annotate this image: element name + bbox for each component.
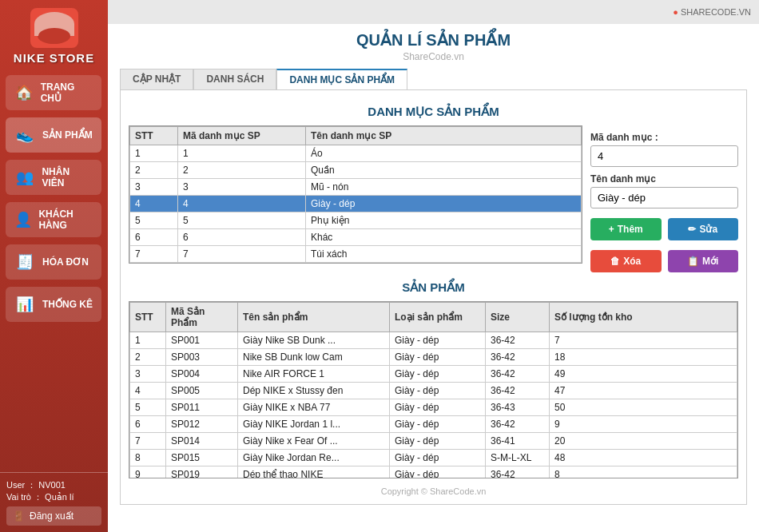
cat-ma: 2 [178, 162, 306, 179]
svg-rect-2 [40, 26, 68, 33]
prod-ten: Giày NIKE x NBA 77 [238, 399, 390, 416]
product-table-row[interactable]: 6 SP012 Giày NIKE Jordan 1 l... Giày - d… [130, 416, 737, 433]
prod-sl: 18 [550, 349, 737, 366]
prod-size: 36-41 [486, 433, 550, 450]
add-button[interactable]: + Thêm [590, 218, 662, 240]
prod-loai: Giày - dép [390, 433, 486, 450]
prod-loai: Giày - dép [390, 383, 486, 399]
cat-ten: Giày - dép [306, 196, 582, 212]
user-info: User ： NV001 Vai trò ： Quản lí [6, 479, 101, 503]
prod-ma: SP015 [166, 450, 238, 466]
product-table-row[interactable]: 5 SP011 Giày NIKE x NBA 77 Giày - dép 36… [130, 399, 737, 416]
ten-input[interactable] [590, 187, 738, 208]
prod-ten: Giày Nike Jordan Re... [238, 450, 390, 466]
category-table-area: STT Mã danh mục SP Tên danh mục SP 1 1 Á… [129, 125, 582, 272]
category-table-row[interactable]: 7 7 Túi xách [130, 246, 582, 263]
cat-ma: 3 [178, 179, 306, 196]
logout-button[interactable]: 🚪 Đăng xuất [6, 506, 101, 526]
category-layout: STT Mã danh mục SP Tên danh mục SP 1 1 Á… [129, 125, 738, 272]
new-button[interactable]: 📋 Mới [668, 250, 739, 272]
staff-icon: 👥 [14, 166, 35, 189]
logout-label: Đăng xuất [30, 510, 74, 522]
category-table-row[interactable]: 1 1 Áo [130, 145, 582, 162]
category-table-row[interactable]: 5 5 Phụ kiện [130, 212, 582, 229]
cat-stt: 3 [130, 179, 178, 196]
delete-button[interactable]: 🗑 Xóa [590, 250, 662, 272]
prod-sl: 48 [550, 450, 737, 466]
product-table-row[interactable]: 7 SP014 Giày Nike x Fear Of ... Giày - d… [130, 433, 737, 450]
nav-customers-label: KHÁCH HÀNG [38, 208, 93, 231]
prod-ma: SP005 [166, 383, 238, 399]
tabs: CẬP NHẬT DANH SÁCH DANH MỤC SẢN PHẨM [120, 69, 747, 89]
prod-size: 36-42 [486, 466, 550, 478]
home-icon: 🏠 [14, 81, 34, 104]
logout-icon: 🚪 [13, 510, 25, 522]
category-table-row[interactable]: 6 6 Khác [130, 229, 582, 246]
product-table-row[interactable]: 2 SP003 Nike SB Dunk low Cam Giày - dép … [130, 349, 737, 366]
sidebar-item-invoices[interactable]: 🧾 HÓA ĐƠN [6, 244, 101, 280]
sidebar-item-products[interactable]: 👟 SẢN PHẨM [6, 117, 101, 153]
product-table-row[interactable]: 8 SP015 Giày Nike Jordan Re... Giày - dé… [130, 450, 737, 466]
tab-content: DANH MỤC SẢN PHẨM STT Mã danh mục SP Tên… [120, 89, 747, 505]
sidebar-item-staff[interactable]: 👥 NHÂN VIÊN [6, 160, 101, 195]
prod-loai: Giày - dép [390, 332, 486, 349]
prod-stt: 8 [130, 450, 166, 466]
col-ten: Tên danh mục SP [306, 127, 582, 145]
prod-sl: 20 [550, 433, 737, 450]
new-label: Mới [702, 256, 718, 267]
tab-category[interactable]: DANH MỤC SẢN PHẨM [276, 69, 407, 89]
cat-ten: Quần [306, 162, 582, 179]
prod-loai: Giày - dép [390, 399, 486, 416]
sidebar-item-home[interactable]: 🏠 TRANG CHỦ [6, 75, 101, 110]
prod-ma: SP003 [166, 349, 238, 366]
category-section-title: DANH MỤC SẢN PHẨM [129, 105, 738, 119]
sharecode-logo: ● SHARECODE.VN [673, 7, 751, 17]
tab-update[interactable]: CẬP NHẬT [120, 69, 193, 89]
product-table-row[interactable]: 3 SP004 Nike AIR FORCE 1 Giày - dép 36-4… [130, 366, 737, 383]
cat-stt: 2 [130, 162, 178, 179]
prod-sl: 49 [550, 366, 737, 383]
cat-ma: 7 [178, 246, 306, 263]
prod-stt: 5 [130, 399, 166, 416]
p-col-ten: Tên sản phẩm [238, 303, 390, 332]
edit-button[interactable]: ✏ Sửa [668, 218, 739, 240]
prod-stt: 7 [130, 433, 166, 450]
prod-stt: 3 [130, 366, 166, 383]
products-table-scroll[interactable]: STT Mã Sản Phẩm Tên sản phẩm Loại sản ph… [129, 302, 737, 478]
customers-icon: 👤 [14, 208, 32, 231]
tab-list[interactable]: DANH SÁCH [193, 69, 276, 89]
cat-ten: Phụ kiện [306, 212, 582, 229]
category-table-row[interactable]: 2 2 Quần [130, 162, 582, 179]
watermark: ShareCode.vn [120, 51, 747, 62]
cat-stt: 4 [130, 196, 178, 212]
stats-icon: 📊 [14, 293, 36, 316]
product-table-row[interactable]: 9 SP019 Dép thể thao NIKE Giày - dép 36-… [130, 466, 737, 478]
prod-ten: Giày Nike x Fear Of ... [238, 433, 390, 450]
btn-row-1: + Thêm ✏ Sửa [590, 218, 738, 240]
prod-stt: 1 [130, 332, 166, 349]
svg-point-0 [36, 14, 71, 36]
cat-ten: Mũ - nón [306, 179, 582, 196]
prod-sl: 8 [550, 466, 737, 478]
sidebar-item-stats[interactable]: 📊 THỐNG KÊ [6, 287, 101, 322]
product-table-row[interactable]: 4 SP005 Dép NIKE x Stussy đen Giày - dép… [130, 383, 737, 399]
prod-stt: 4 [130, 383, 166, 399]
ten-label: Tên danh mục [590, 173, 738, 185]
app-title: NIKE STORE [14, 51, 94, 65]
right-panel: Mã danh mục : Tên danh mục + Thêm ✏ Sửa [590, 125, 738, 272]
category-table-row[interactable]: 4 4 Giày - dép [130, 196, 582, 212]
sidebar-item-customers[interactable]: 👤 KHÁCH HÀNG [6, 202, 101, 237]
prod-ten: Giày NIKE Jordan 1 l... [238, 416, 390, 433]
prod-loai: Giày - dép [390, 366, 486, 383]
ma-input[interactable] [590, 145, 738, 167]
cat-stt: 1 [130, 145, 178, 162]
products-icon: 👟 [14, 124, 36, 146]
prod-stt: 2 [130, 349, 166, 366]
product-table-row[interactable]: 1 SP001 Giày Nike SB Dunk ... Giày - dép… [130, 332, 737, 349]
btn-row-2: 🗑 Xóa 📋 Mới [590, 250, 738, 272]
prod-sl: 9 [550, 416, 737, 433]
prod-ma: SP012 [166, 416, 238, 433]
category-table-row[interactable]: 3 3 Mũ - nón [130, 179, 582, 196]
prod-ten: Dép NIKE x Stussy đen [238, 383, 390, 399]
prod-ten: Giày Nike SB Dunk ... [238, 332, 390, 349]
